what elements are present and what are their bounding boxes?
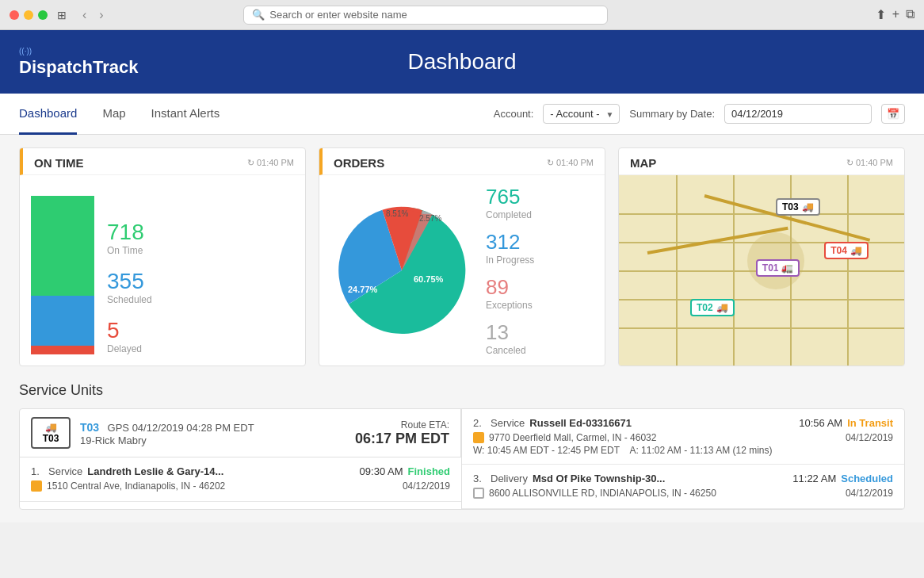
new-tab-icon[interactable]: + <box>892 7 899 22</box>
si-row1-item1: 1. Service Landreth Leslie & Gary-14... … <box>31 465 450 477</box>
pie-label-gray: 2.57% <box>419 214 441 223</box>
back-button[interactable]: ‹ <box>79 8 90 22</box>
main-unit-driver: 19-Rick Mabry <box>80 434 346 446</box>
wifi-icon: ((·)) <box>19 47 32 56</box>
bar-chart <box>31 196 94 354</box>
calendar-button[interactable]: 📅 <box>881 104 905 124</box>
bar-segment-delayed <box>31 346 94 354</box>
delayed-label: Delayed <box>107 343 152 354</box>
si-name-2: Russell Ed-03316671 <box>529 417 794 429</box>
account-select[interactable]: - Account - <box>543 104 620 124</box>
address-text: Search or enter website name <box>269 9 407 21</box>
canceled-value: 13 <box>486 320 534 345</box>
main-unit-gps: GPS 04/12/2019 04:28 PM EDT <box>108 422 254 434</box>
on-time-body: 718 On Time 355 Scheduled 5 Delayed <box>20 175 305 366</box>
si-status-1: Finished <box>408 465 450 477</box>
stat-exceptions: 89 Exceptions <box>486 275 534 311</box>
si-date-1: 04/12/2019 <box>403 480 450 492</box>
orders-body: 60.75% 24.77% 8.51% 2.57% 765 Completed … <box>319 175 605 366</box>
account-select-wrapper[interactable]: - Account - <box>543 104 620 124</box>
stat-on-time: 718 On Time <box>107 220 152 256</box>
si-arrival-2: A: 11:02 AM - 11:13 AM (12 mins) <box>629 445 772 456</box>
nav-bar: Dashboard Map Instant Alerts Account: - … <box>0 94 924 135</box>
si-status-2: In Transit <box>847 417 893 429</box>
tab-map[interactable]: Map <box>102 94 125 135</box>
si-address-1: 1510 Central Ave, Indianapolis, IN - 462… <box>47 480 398 492</box>
address-bar[interactable]: 🔍 Search or enter website name <box>243 6 608 25</box>
service-units-left: 🚚 T03 T03 GPS 04/12/2019 04:28 PM EDT 19… <box>20 409 462 509</box>
si-num-3: 3. <box>473 473 486 484</box>
si-type-3: Delivery <box>491 473 528 484</box>
orders-header: ORDERS ↻ 01:40 PM <box>319 148 605 175</box>
refresh-icon[interactable]: ↻ <box>247 158 254 167</box>
summary-label: Summary by Date: <box>629 108 715 120</box>
forward-button[interactable]: › <box>96 8 106 22</box>
si-icon-3 <box>473 488 484 499</box>
main-unit-id: T03 <box>43 433 59 444</box>
close-button[interactable] <box>10 10 19 20</box>
nav-filters: Account: - Account - Summary by Date: 📅 <box>494 104 905 124</box>
service-units-right: 2. Service Russell Ed-03316671 10:56 AM … <box>462 409 904 509</box>
si-type-2: Service <box>491 417 525 429</box>
service-item-2: 2. Service Russell Ed-03316671 10:56 AM … <box>462 409 904 465</box>
orders-refresh-icon[interactable]: ↻ <box>547 158 554 167</box>
eta-label: Route ETA: <box>355 419 449 431</box>
orders-title: ORDERS <box>334 156 384 170</box>
page-title: Dashboard <box>408 49 517 75</box>
map-title: MAP <box>630 156 656 170</box>
pie-label-blue: 24.77% <box>348 285 378 294</box>
on-time-title: ON TIME <box>34 156 84 170</box>
truck-marker-t01[interactable]: T01 🚛 <box>756 259 800 277</box>
si-row3-item2: W: 10:45 AM EDT - 12:45 PM EDT A: 11:02 … <box>473 445 893 456</box>
map-refresh-icon[interactable]: ↻ <box>846 158 853 167</box>
pie-chart: 60.75% 24.77% 8.51% 2.57% <box>330 199 473 342</box>
main-unit-info: T03 GPS 04/12/2019 04:28 PM EDT 19-Rick … <box>80 420 346 446</box>
si-icon-1 <box>31 480 42 492</box>
si-row1-item3: 3. Delivery Msd Of Pike Township-30... 1… <box>473 473 893 484</box>
tab-instant-alerts[interactable]: Instant Alerts <box>151 94 220 135</box>
service-units-title: Service Units <box>19 382 905 399</box>
share-icon[interactable]: ⬆ <box>876 7 886 22</box>
scheduled-value: 355 <box>107 269 152 294</box>
si-date-3: 04/12/2019 <box>846 488 893 499</box>
truck-marker-t04[interactable]: T04 🚚 <box>824 242 869 259</box>
main-unit-badge: 🚚 T03 <box>31 417 71 449</box>
search-icon: 🔍 <box>252 9 265 21</box>
main-unit-id-link[interactable]: T03 <box>80 421 99 434</box>
si-name-3: Msd Of Pike Township-30... <box>533 473 788 484</box>
app-header: ((·)) DispatchTrack Dashboard <box>0 30 924 94</box>
pie-label-red: 8.51% <box>386 209 408 218</box>
si-status-3: Scheduled <box>841 473 893 484</box>
orders-card: ORDERS ↻ 01:40 PM <box>319 147 605 366</box>
sidebar-toggle[interactable]: ⊞ <box>54 9 70 21</box>
service-units-section: Service Units 🚚 T03 T03 GPS 04/12/2019 0… <box>19 382 905 510</box>
truck-t01-label: T01 <box>762 262 779 274</box>
si-address-2: 9770 Deerfield Mall, Carmel, IN - 46032 <box>489 432 841 443</box>
maximize-button[interactable] <box>38 10 48 20</box>
truck-marker-t02[interactable]: T02 🚚 <box>690 299 735 316</box>
stat-in-progress: 312 In Progress <box>486 230 534 266</box>
logo-track: Track <box>93 57 139 77</box>
traffic-lights <box>10 10 48 20</box>
tab-dashboard[interactable]: Dashboard <box>19 94 77 135</box>
exceptions-label: Exceptions <box>486 300 534 311</box>
truck-marker-t03[interactable]: T03 🚚 <box>776 198 820 216</box>
logo-text: DispatchTrack <box>19 57 138 78</box>
stat-completed: 765 Completed <box>486 185 534 220</box>
si-time-1: 09:30 AM <box>360 465 403 477</box>
exceptions-value: 89 <box>486 275 534 300</box>
stat-delayed: 5 Delayed <box>107 318 152 354</box>
si-num-2: 2. <box>473 417 486 429</box>
map-body[interactable]: T03 🚚 T04 🚚 T01 🚛 T02 <box>619 175 904 366</box>
minimize-button[interactable] <box>24 10 33 20</box>
si-row2-item3: 8600 ALLISONVILLE RD, INDIANAPOLIS, IN -… <box>473 488 893 499</box>
date-input[interactable] <box>724 104 872 124</box>
windows-icon[interactable]: ⧉ <box>906 7 914 22</box>
on-time-stats: 718 On Time 355 Scheduled 5 Delayed <box>107 220 152 354</box>
stat-scheduled: 355 Scheduled <box>107 269 152 305</box>
in-progress-value: 312 <box>486 230 534 255</box>
si-type-1: Service <box>48 465 82 477</box>
map-header: MAP ↻ 01:40 PM <box>619 148 904 175</box>
main-unit-icon: 🚚 <box>45 422 57 433</box>
orders-stats: 765 Completed 312 In Progress 89 Excepti… <box>486 185 534 356</box>
